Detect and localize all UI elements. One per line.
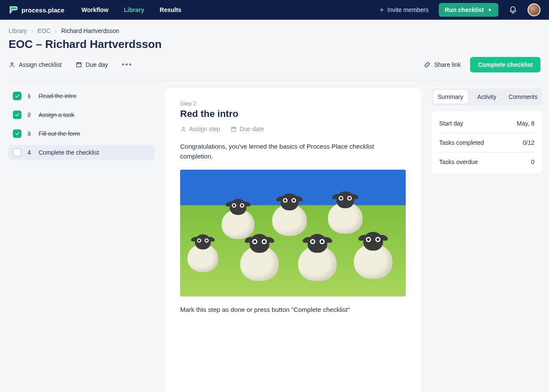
- step-row[interactable]: 1Read the intro: [9, 88, 154, 104]
- svg-point-2: [182, 127, 184, 129]
- step-label: Complete the checklist: [39, 149, 99, 156]
- play-icon: [487, 7, 492, 12]
- step-label: Assign a task: [39, 111, 74, 118]
- step-number: 4: [27, 149, 33, 156]
- checkbox-empty-icon[interactable]: [13, 148, 21, 157]
- checkbox-checked-icon[interactable]: [13, 92, 21, 100]
- nav-links: Workflow Library Results: [81, 6, 181, 13]
- summary-row: Start dayMay, 8: [439, 114, 534, 133]
- step-tag: Step 2: [180, 100, 406, 107]
- side-panel: Summary Activity Comments Start dayMay, …: [431, 88, 542, 174]
- more-menu[interactable]: •••: [122, 60, 133, 69]
- checkbox-checked-icon[interactable]: [13, 111, 21, 119]
- summary-row: Tasks overdue0: [439, 153, 534, 171]
- assign-label: Assign checklist: [19, 61, 62, 68]
- tab-summary[interactable]: Summary: [433, 90, 468, 104]
- crumb-library[interactable]: Library: [9, 27, 27, 34]
- brand-name: process.place: [21, 6, 64, 14]
- brand-logo[interactable]: process.place: [9, 5, 64, 15]
- summary-value: 0/12: [523, 139, 534, 146]
- link-icon: [424, 61, 431, 68]
- bell-icon[interactable]: [509, 6, 517, 14]
- summary-card: Start dayMay, 8Tasks completed0/12Tasks …: [431, 111, 542, 174]
- step-paragraph: Congratulations, you've lerned the basic…: [180, 142, 406, 161]
- summary-label: Start day: [439, 120, 463, 127]
- run-checklist-button[interactable]: Run checklist: [439, 3, 498, 17]
- due-label: Due day: [86, 61, 108, 68]
- assign-step-label: Assign step: [189, 126, 220, 132]
- nav-workflow[interactable]: Workflow: [81, 6, 109, 13]
- crumb-eoc[interactable]: EOC: [37, 27, 50, 34]
- step-number: 1: [27, 93, 33, 99]
- logo-icon: [9, 5, 18, 15]
- summary-label: Tasks overdue: [439, 159, 478, 165]
- nav-library[interactable]: Library: [124, 6, 144, 13]
- due-date-label: Due date: [239, 126, 264, 132]
- share-label: Share link: [434, 61, 461, 68]
- chevron-icon: ›: [31, 27, 33, 34]
- summary-label: Tasks completed: [439, 139, 484, 146]
- tab-comments[interactable]: Comments: [506, 90, 540, 104]
- invite-members[interactable]: Invite members: [379, 6, 428, 13]
- calendar-icon: [230, 126, 237, 132]
- page-toolbar: Assign checklist Due day ••• Share link …: [9, 57, 540, 81]
- due-day-button[interactable]: Due day: [75, 61, 108, 68]
- svg-rect-3: [232, 127, 236, 131]
- breadcrumb: Library › EOC › Richard Hartverdsson: [9, 27, 540, 34]
- step-paragraph: Mark this step as done or press button "…: [180, 305, 406, 315]
- person-icon: [180, 126, 187, 132]
- complete-checklist-button[interactable]: Complete checklist: [470, 57, 540, 72]
- assign-step-button[interactable]: Assign step: [180, 126, 220, 132]
- step-number: 3: [27, 130, 33, 137]
- plus-icon: [379, 7, 385, 13]
- step-label: Read the intro: [39, 93, 76, 99]
- side-tabs: Summary Activity Comments: [431, 88, 542, 105]
- step-row[interactable]: 2Assign a task: [9, 107, 154, 123]
- step-row[interactable]: 3Fill out the form: [9, 126, 154, 141]
- step-row[interactable]: 4Complete the checklist: [9, 145, 154, 160]
- checkbox-checked-icon[interactable]: [13, 129, 21, 138]
- share-link-button[interactable]: Share link: [424, 61, 461, 68]
- svg-rect-1: [76, 63, 81, 67]
- svg-point-0: [11, 63, 13, 65]
- summary-value: 0: [531, 159, 534, 165]
- page-title: EOC – Richard Hartverdsson: [9, 38, 540, 51]
- top-nav: process.place Workflow Library Results I…: [0, 0, 549, 20]
- calendar-icon: [75, 61, 82, 68]
- crumb-current: Richard Hartverdsson: [61, 27, 119, 34]
- user-avatar[interactable]: [528, 3, 540, 16]
- tab-activity[interactable]: Activity: [470, 90, 504, 104]
- chevron-icon: ›: [55, 27, 57, 34]
- summary-value: May, 8: [517, 120, 534, 127]
- step-number: 2: [27, 111, 33, 118]
- run-label: Run checklist: [445, 6, 484, 13]
- step-title: Red the intro: [180, 108, 406, 120]
- step-detail-card: Step 2 Red the intro Assign step Due dat…: [165, 88, 421, 392]
- step-label: Fill out the form: [39, 130, 80, 137]
- due-date-button[interactable]: Due date: [230, 126, 264, 132]
- nav-results[interactable]: Results: [160, 6, 181, 13]
- steps-list: 1Read the intro2Assign a task3Fill out t…: [9, 88, 154, 164]
- summary-row: Tasks completed0/12: [439, 133, 534, 153]
- invite-label: Invite members: [387, 6, 428, 13]
- person-icon: [9, 61, 15, 68]
- step-image: [180, 170, 406, 296]
- assign-checklist-button[interactable]: Assign checklist: [9, 61, 62, 68]
